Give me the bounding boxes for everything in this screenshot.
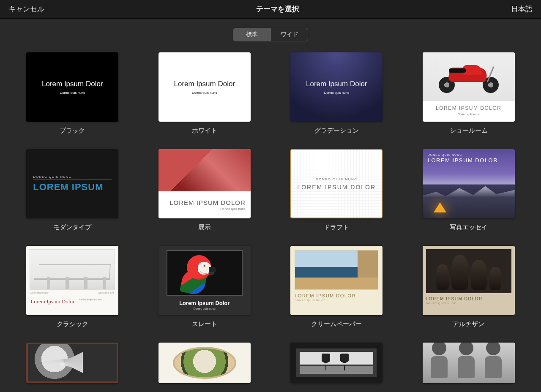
thumb-subtitle: Donec quis nunc: [60, 91, 85, 95]
parrot-icon: [167, 250, 243, 296]
page-title: テーマを選択: [256, 4, 299, 14]
motorcycle-icon: [423, 52, 515, 101]
tent-icon: [434, 202, 446, 212]
theme-label: ブラック: [60, 127, 85, 135]
theme-label: アルチザン: [453, 320, 484, 328]
thumb-subtitle: DONEC QUIS NUNC: [33, 175, 112, 180]
thumb-title: Lorem Ipsum Dolor: [42, 80, 103, 88]
theme-showroom[interactable]: LOREM IPSUM DOLOR Donec quis nunc ショールーム: [422, 52, 516, 135]
theme-thumb: Lorem Ipsum Dolor Donec quis nunc: [290, 52, 383, 122]
thumb-subtitle: Donec quis nunc: [423, 113, 515, 116]
thumb-subtitle: Donec quis nunc: [194, 307, 216, 310]
theme-thumb: [290, 343, 383, 383]
aspect-segmented: 標準 ワイド: [233, 28, 308, 41]
theme-partial-1[interactable]: [25, 343, 120, 383]
thumb-subtitle: Donec quis nunc: [220, 207, 246, 211]
aspect-wide-tab[interactable]: ワイド: [270, 28, 308, 41]
thumb-title: Lorem Ipsum Dolor: [174, 80, 235, 88]
theme-thumb: DONEC QUIS NUNC LOREM IPSUM: [26, 149, 118, 218]
theme-label: スレート: [192, 320, 217, 328]
theme-thumb: Lorem Ipsum Dolor Donec quis nunc: [158, 246, 251, 315]
theme-thumb: [423, 343, 515, 383]
theme-photo-essay[interactable]: DONEC QUIS NUNC LOREM IPSUM DOLOR 写真エッセイ: [422, 149, 516, 231]
theme-thumb: Lorem Ipsum Dolor Donec quis nunc: [158, 52, 251, 122]
theme-draft[interactable]: DONEC QUIS NUNC LOREM IPSUM DOLOR ドラフト: [290, 149, 384, 231]
theme-thumb: LOREM IPSUM DOLOR Donec quis nunc: [423, 52, 515, 122]
theme-white[interactable]: Lorem Ipsum Dolor Donec quis nunc ホワイト: [158, 52, 252, 135]
theme-exhibit[interactable]: LOREM IPSUM DOLOR Donec quis nunc 展示: [158, 149, 252, 231]
thumb-title: Lorem Ipsum Dolor: [306, 80, 367, 88]
theme-thumb: [26, 343, 118, 383]
food-bowl-icon: [173, 347, 236, 379]
thumb-subtitle: Donec quis nunc: [324, 91, 349, 95]
theme-classic[interactable]: Lorem Ipsum DolorDonec quis nunc Lorem I…: [25, 246, 120, 328]
theme-artisan[interactable]: LOREM IPSUM DOLOR DONEC QUIS NUNC アルチザン: [422, 246, 516, 328]
thumb-title: LOREM IPSUM DOLOR: [426, 297, 511, 301]
thumb-subtitle: DONEC QUIS NUNC: [426, 302, 511, 305]
thumb-subtitle: DONEC QUIS NUNC: [316, 177, 358, 181]
thumb-title: LOREM IPSUM DOLOR: [428, 157, 498, 163]
cancel-button[interactable]: キャンセル: [8, 4, 44, 14]
aspect-standard-tab[interactable]: 標準: [233, 28, 270, 41]
coast-icon: [295, 250, 378, 290]
aspect-segmented-wrap: 標準 ワイド: [0, 19, 541, 52]
thumb-title: LOREM IPSUM DOLOR: [295, 293, 378, 298]
theme-label: 写真エッセイ: [450, 223, 488, 231]
thumb-title: LOREM IPSUM DOLOR: [297, 184, 376, 191]
theme-thumb: LOREM IPSUM DOLOR Donec quis nunc: [158, 149, 251, 218]
thumb-title: Lorem Ipsum Dolor: [179, 300, 230, 306]
theme-thumb: DONEC QUIS NUNC LOREM IPSUM DOLOR: [290, 149, 383, 218]
theme-label: クリームペーパー: [311, 320, 362, 328]
framed-photo-icon: [296, 348, 377, 377]
theme-grid: Lorem Ipsum Dolor Donec quis nunc ブラック L…: [0, 52, 541, 392]
theme-label: モダンタイプ: [53, 223, 91, 231]
theme-partial-2[interactable]: [158, 343, 252, 383]
thumb-subtitle: Donec quis nunc: [192, 91, 217, 95]
theme-thumb: DONEC QUIS NUNC LOREM IPSUM DOLOR: [423, 149, 515, 218]
theme-partial-3[interactable]: [290, 343, 384, 383]
theme-label: ショールーム: [450, 127, 488, 135]
theme-modern-type[interactable]: DONEC QUIS NUNC LOREM IPSUM モダンタイプ: [25, 149, 120, 231]
thumb-subtitle: DONEC QUIS NUNC: [295, 299, 378, 302]
header: キャンセル テーマを選択 日本語: [0, 0, 541, 19]
theme-label: 展示: [198, 223, 211, 231]
bridge-icon: [30, 249, 115, 290]
theme-thumb: Lorem Ipsum DolorDonec quis nunc Lorem I…: [26, 246, 118, 315]
language-button[interactable]: 日本語: [511, 4, 533, 14]
theme-slate[interactable]: Lorem Ipsum Dolor Donec quis nunc スレート: [158, 246, 252, 328]
theme-thumb: LOREM IPSUM DOLOR DONEC QUIS NUNC: [290, 246, 383, 315]
thumb-subtitle: DONEC QUIS NUNC: [428, 153, 498, 156]
theme-gradient[interactable]: Lorem Ipsum Dolor Donec quis nunc グラデーショ…: [290, 52, 384, 135]
theme-black[interactable]: Lorem Ipsum Dolor Donec quis nunc ブラック: [25, 52, 120, 135]
theme-label: クラシック: [57, 320, 88, 328]
abstract-art-icon: [158, 149, 251, 191]
thumb-title: LOREM IPSUM DOLOR: [169, 199, 246, 206]
theme-label: ドラフト: [324, 223, 349, 231]
theme-cream-paper[interactable]: LOREM IPSUM DOLOR DONEC QUIS NUNC クリームペー…: [290, 246, 384, 328]
theme-label: グラデーション: [314, 127, 359, 135]
thumb-title: LOREM IPSUM DOLOR: [423, 105, 515, 111]
pottery-icon: [426, 249, 511, 293]
thumb-title: LOREM IPSUM: [33, 182, 112, 193]
theme-label: ホワイト: [192, 127, 217, 135]
thumb-body: dolorem tempor ipsumet: [79, 298, 114, 305]
theme-thumb: Lorem Ipsum Dolor Donec quis nunc: [26, 52, 118, 122]
theme-thumb: LOREM IPSUM DOLOR DONEC QUIS NUNC: [423, 246, 515, 315]
theme-thumb: [158, 343, 251, 383]
thumb-title: Lorem Ipsum Dolor: [30, 298, 74, 305]
theme-partial-4[interactable]: [422, 343, 516, 383]
